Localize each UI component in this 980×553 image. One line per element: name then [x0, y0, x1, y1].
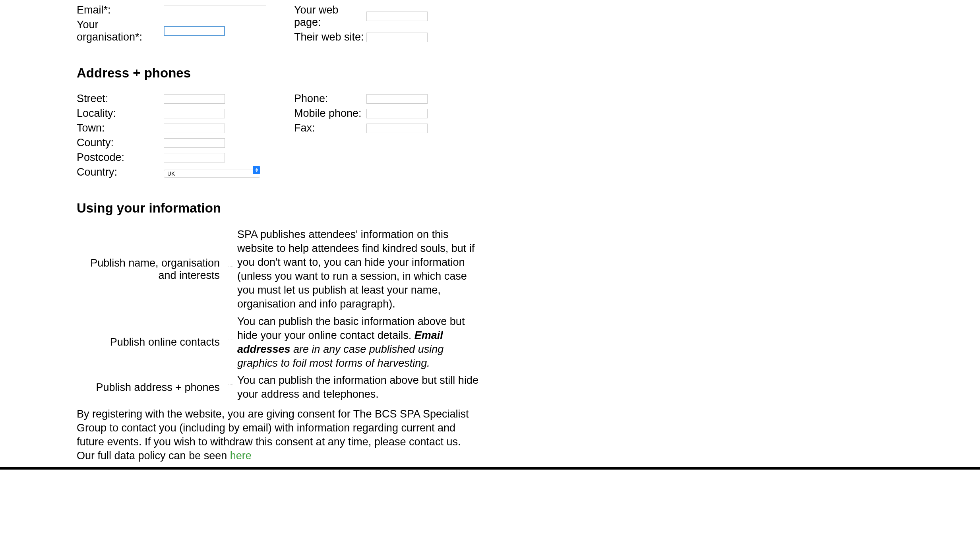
- county-label: County:: [77, 137, 164, 149]
- phone-field[interactable]: [366, 94, 428, 104]
- their-web-field[interactable]: [366, 33, 428, 42]
- publish-name-label: Publish name, organisation and interests: [77, 257, 224, 282]
- postcode-field[interactable]: [164, 153, 225, 162]
- publish-address-description: You can publish the information above bu…: [237, 373, 480, 401]
- organisation-field[interactable]: [164, 26, 225, 36]
- street-field[interactable]: [164, 94, 225, 104]
- data-policy-link[interactable]: here: [230, 450, 252, 462]
- their-web-label: Their web site:: [294, 31, 366, 43]
- mobile-label: Mobile phone:: [294, 107, 366, 120]
- publish-address-label: Publish address + phones: [77, 381, 224, 394]
- publish-contacts-checkbox[interactable]: [228, 340, 233, 345]
- address-heading: Address + phones: [77, 66, 576, 81]
- locality-label: Locality:: [77, 107, 164, 120]
- using-info-heading: Using your information: [77, 201, 576, 216]
- email-field[interactable]: [164, 6, 266, 15]
- organisation-label: Your organisation*:: [77, 19, 164, 43]
- country-select[interactable]: UK: [164, 170, 260, 178]
- street-label: Street:: [77, 93, 164, 105]
- web-page-label: Your web page:: [294, 4, 366, 29]
- web-page-field[interactable]: [366, 12, 428, 21]
- publish-name-description: SPA publishes attendees' information on …: [237, 228, 480, 311]
- fax-field[interactable]: [366, 124, 428, 133]
- town-field[interactable]: [164, 124, 225, 133]
- county-field[interactable]: [164, 138, 225, 148]
- publish-name-checkbox[interactable]: [228, 267, 233, 272]
- fax-label: Fax:: [294, 122, 366, 134]
- town-label: Town:: [77, 122, 164, 134]
- bottom-bar: [0, 467, 980, 470]
- publish-contacts-label: Publish online contacts: [77, 336, 224, 348]
- consent-text: By registering with the website, you are…: [77, 407, 478, 463]
- locality-field[interactable]: [164, 109, 225, 118]
- publish-address-checkbox[interactable]: [228, 385, 233, 390]
- email-label: Email*:: [77, 4, 164, 16]
- country-label: Country:: [77, 166, 164, 178]
- postcode-label: Postcode:: [77, 151, 164, 164]
- mobile-field[interactable]: [366, 109, 428, 118]
- phone-label: Phone:: [294, 93, 366, 105]
- publish-contacts-description: You can publish the basic information ab…: [237, 315, 480, 370]
